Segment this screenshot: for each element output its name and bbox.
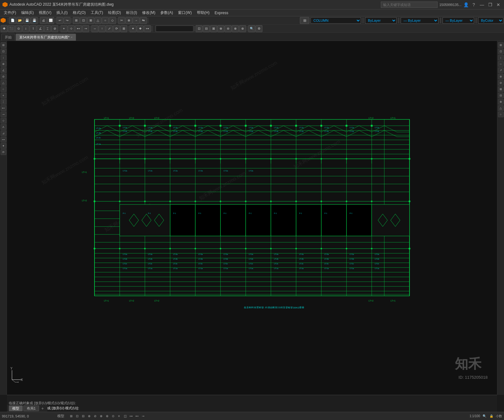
tb2-btn8[interactable]: ⊘ (51, 25, 58, 32)
menu-express[interactable]: Express (212, 10, 231, 16)
left-tool-8[interactable]: ○ (1, 86, 6, 92)
tb-btn-7[interactable]: ✂ (118, 17, 125, 24)
right-tool-3[interactable]: ↕ (498, 55, 504, 60)
restore-button[interactable]: ❐ (487, 2, 493, 8)
menu-window[interactable]: 窗口(W) (175, 9, 194, 16)
plotstyle-dropdown[interactable]: ByColor (478, 17, 503, 24)
right-tool-5[interactable]: ↗ (498, 67, 504, 73)
start-tab[interactable]: 开始 (1, 34, 15, 41)
zoom-icon[interactable]: 🔍 (482, 414, 487, 419)
left-tool-4[interactable]: ⊕ (1, 61, 6, 67)
tb2-btn4[interactable]: ↕ (22, 25, 29, 32)
tb-btn-8[interactable]: ⊕ (125, 17, 132, 24)
linetype-dropdown[interactable]: — ByLayer (401, 17, 438, 24)
grid-icon[interactable]: ⊞ (69, 414, 74, 419)
color-dropdown[interactable]: ByLayer (365, 17, 397, 24)
right-tool-2[interactable]: ⊡ (498, 49, 504, 54)
left-tool-18[interactable]: ⟳ (1, 149, 6, 155)
tb2-btn15[interactable]: ⤢ (106, 25, 113, 32)
right-tool-9[interactable]: ⊟ (498, 93, 504, 98)
tb-btn-4[interactable]: △ (94, 17, 101, 24)
layer-dropdown[interactable]: COLUMN (311, 17, 361, 24)
tb2-btn2[interactable]: ⬛ (8, 25, 15, 32)
transparency-icon[interactable]: ◫ (123, 414, 128, 419)
tb2-btn13[interactable]: ↔ (91, 25, 98, 32)
menu-param[interactable]: 参数(A) (158, 9, 175, 16)
left-tool-2[interactable]: ⊡ (1, 49, 6, 54)
left-tool-5[interactable]: ∠ (1, 67, 6, 73)
right-tool-11[interactable]: △ (498, 105, 504, 111)
tb2-btn27[interactable]: ⊛ (239, 25, 246, 32)
model-tab[interactable]: 模型 (9, 406, 23, 411)
right-tool-10[interactable]: ⊕ (498, 99, 504, 105)
menu-format[interactable]: 格式(O) (70, 9, 88, 16)
command-input-toolbar[interactable] (156, 26, 193, 32)
tb2-btn17[interactable]: ⊞ (120, 25, 127, 32)
tb2-btn1[interactable]: ✚ (1, 25, 8, 32)
undo-button[interactable]: ↩ (56, 17, 63, 24)
tb-btn-5[interactable]: ○ (102, 17, 109, 24)
right-tool-6[interactable]: ⊛ (498, 74, 504, 79)
tb2-btn25[interactable]: ⊖ (225, 25, 232, 32)
add-layout-button[interactable]: + (40, 406, 45, 411)
right-tool-8[interactable]: ⊠ (498, 86, 504, 92)
left-tool-12[interactable]: ⊸ (1, 112, 6, 117)
tb2-btn7[interactable]: ⌶ (44, 25, 51, 32)
tb-btn-2[interactable]: ⊡ (80, 17, 87, 24)
tb2-btn10[interactable]: ⊹ (68, 25, 75, 32)
tb2-btn6[interactable]: ∠ (37, 25, 44, 32)
left-tool-9[interactable]: ⌖ (1, 93, 6, 98)
tb2-btn9[interactable]: ⌖ (60, 25, 67, 32)
menu-modify[interactable]: 修改(M) (140, 9, 158, 16)
redo-button[interactable]: ↪ (64, 17, 71, 24)
tb2-btn5[interactable]: ⌇ (30, 25, 37, 32)
layout1-tab[interactable]: 布局1 (23, 406, 39, 411)
minimize-button[interactable]: — (479, 2, 485, 8)
tb-btn-3[interactable]: ⊠ (87, 17, 94, 24)
tb2-btn22[interactable]: ⊟ (203, 25, 210, 32)
left-tool-17[interactable]: ✦ (1, 143, 6, 149)
3d-obj-snap-icon[interactable]: ⊷ (135, 414, 140, 419)
menu-tools[interactable]: 工具(T) (88, 9, 106, 16)
layer-btn[interactable]: ▤ (300, 17, 309, 24)
dyn-input-icon[interactable]: ⊙ (111, 414, 116, 419)
help-button[interactable]: ? (471, 2, 477, 8)
left-tool-3[interactable]: ↕ (1, 55, 6, 60)
tb2-btn28[interactable]: 🔍 (248, 25, 255, 32)
tb-btn-9[interactable]: → (133, 17, 140, 24)
tb-btn-6[interactable]: ◇ (109, 17, 116, 24)
menu-view[interactable]: 视图(V) (36, 9, 54, 16)
snap-icon[interactable]: ⊡ (75, 414, 80, 419)
right-tool-4[interactable]: ↔ (498, 61, 504, 67)
allow-disallow-icon[interactable]: ⊛ (105, 414, 110, 419)
search-input[interactable] (381, 2, 438, 8)
tb2-btn11[interactable]: ⊷ (75, 25, 82, 32)
cmd-prompt[interactable]: TEXTEDIT 选择注释对象或 [放弃(U) 模式(U)]: (9, 406, 495, 411)
right-tool-7[interactable]: ⊘ (498, 80, 504, 86)
save-button[interactable]: 💾 (24, 17, 31, 24)
lineweight-icon[interactable]: ≡ (117, 414, 122, 419)
left-tool-10[interactable]: ⌶ (1, 99, 6, 105)
tb2-btn29[interactable]: ⚙ (255, 25, 262, 32)
dyn-ucs-icon[interactable]: ⊸ (140, 414, 146, 419)
tb2-btn23[interactable]: ⊠ (210, 25, 217, 32)
tb2-btn24[interactable]: ⊕ (217, 25, 224, 32)
tb2-btn21[interactable]: ⊡ (196, 25, 203, 32)
left-tool-14[interactable]: A (1, 124, 6, 130)
tb2-btn18[interactable]: ✦ (129, 25, 136, 32)
tb2-btn20[interactable]: ⊶ (144, 25, 151, 32)
menu-dimension[interactable]: 标注(I) (123, 9, 140, 16)
sel-cycling-icon[interactable]: ⊶ (129, 414, 134, 419)
tb-btn-10[interactable]: ⇆ (140, 17, 147, 24)
tab-close-btn[interactable]: × (71, 36, 73, 39)
menu-edit[interactable]: 编辑(E) (19, 9, 36, 16)
lock-icon[interactable]: 🔒 (489, 414, 494, 419)
tb-btn-1[interactable]: ⊞ (73, 17, 80, 24)
obj-track-icon[interactable]: ⊗ (99, 414, 104, 419)
open-button[interactable]: 📂 (16, 17, 23, 24)
menu-insert[interactable]: 插入(I) (54, 9, 70, 16)
left-tool-13[interactable]: ⊹ (1, 118, 6, 124)
tb2-btn3[interactable]: ⊙ (15, 25, 22, 32)
polar-icon[interactable]: ⊕ (87, 414, 92, 419)
tb2-btn14[interactable]: ↑ (99, 25, 106, 32)
